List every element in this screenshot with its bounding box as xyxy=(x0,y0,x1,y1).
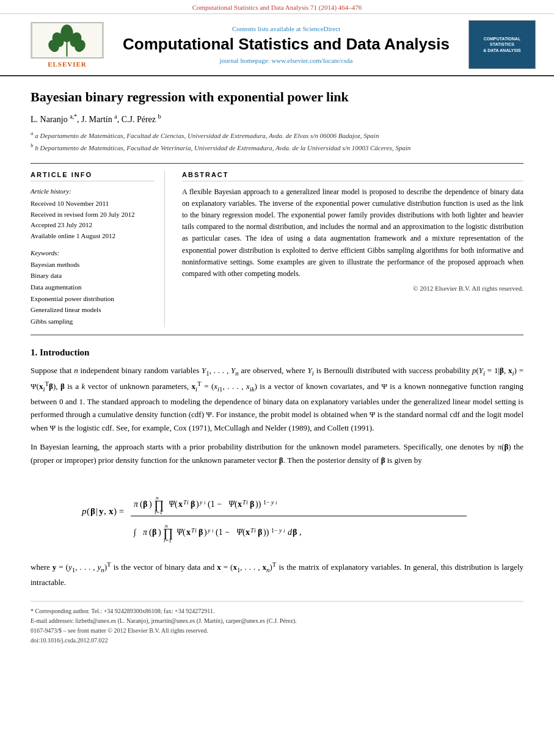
svg-text:β: β xyxy=(258,528,262,537)
journal-header: ELSEVIER Contents lists available at Sci… xyxy=(0,14,554,76)
journal-cover-image: COMPUTATIONALSTATISTICS& DATA ANALYSIS xyxy=(468,20,536,69)
svg-text:,: , xyxy=(104,506,106,516)
article-title: Bayesian binary regression with exponent… xyxy=(31,89,523,106)
available-at-label: Contents lists available at ScienceDirec… xyxy=(116,25,456,32)
email-addresses: lizbeth@unex.es (L. Naranjo), jrmartin@u… xyxy=(75,617,297,624)
journal-homepage: journal homepage: www.elsevier.com/locat… xyxy=(116,57,456,64)
history-item-4: Available online 1 August 2012 xyxy=(31,231,155,242)
elsevier-label: ELSEVIER xyxy=(48,60,87,68)
license-note: 0167-9473/$ – see front matter © 2012 El… xyxy=(31,626,523,636)
svg-text:x: x xyxy=(186,528,191,537)
sciencedirect-link[interactable]: ScienceDirect xyxy=(302,25,340,32)
svg-text:π: π xyxy=(134,500,139,509)
svg-text:) =: ) = xyxy=(114,506,124,517)
svg-text:(: ( xyxy=(87,506,90,517)
svg-text:i: i xyxy=(254,527,256,534)
svg-text:∫: ∫ xyxy=(133,528,137,537)
corresponding-author-note: * Corresponding author. Tel.: +34 924289… xyxy=(31,606,523,616)
svg-text:π: π xyxy=(143,528,148,537)
svg-text:y: y xyxy=(199,499,203,506)
journal-title: Computational Statistics and Data Analys… xyxy=(116,35,456,54)
svg-text:x: x xyxy=(246,528,250,537)
svg-text:i: i xyxy=(275,500,277,506)
svg-text:): ) xyxy=(158,528,161,537)
intro-paragraph-2: In Bayesian learning, the approach start… xyxy=(31,440,523,467)
svg-text:i: i xyxy=(212,528,214,534)
svg-text:i=1: i=1 xyxy=(155,509,162,515)
keywords-list: Bayesian methods Binary data Data augmen… xyxy=(31,259,155,327)
journal-header-right: COMPUTATIONALSTATISTICS& DATA ANALYSIS xyxy=(456,20,536,69)
svg-text:β: β xyxy=(199,528,203,537)
keyword-6: Gibbs sampling xyxy=(31,316,155,327)
svg-text:β: β xyxy=(90,506,95,516)
svg-text:β: β xyxy=(152,528,156,537)
svg-text:y: y xyxy=(271,499,274,506)
affiliation-b: b b Departamento de Matemáticas, Faculta… xyxy=(31,142,523,153)
svg-text:|: | xyxy=(96,506,98,516)
svg-text:)): )) xyxy=(263,528,269,537)
svg-text:1−: 1− xyxy=(263,499,270,506)
abstract-text: A flexible Bayesian approach to a genera… xyxy=(182,186,523,280)
abstract-copyright: © 2012 Elsevier B.V. All rights reserved… xyxy=(182,285,523,292)
elsevier-tree-logo xyxy=(31,22,104,59)
formula-block: p ( β | y , x ) = π ( β ) ∏ i=1 n xyxy=(31,476,523,550)
svg-text:(: ( xyxy=(183,528,186,537)
svg-text:β: β xyxy=(143,500,147,509)
journal-header-center: Contents lists available at ScienceDirec… xyxy=(116,25,456,64)
history-item-1: Received 10 November 2011 xyxy=(31,198,155,209)
article-info-label: ARTICLE INFO xyxy=(31,171,155,181)
svg-text:i: i xyxy=(195,527,197,534)
svg-text:(1 −: (1 − xyxy=(216,528,230,537)
svg-text:i=1: i=1 xyxy=(164,537,172,543)
journal-cover-text: COMPUTATIONALSTATISTICS& DATA ANALYSIS xyxy=(483,36,521,53)
email-note: E-mail addresses: lizbeth@unex.es (L. Na… xyxy=(31,616,523,626)
authors-text: L. Naranjo a,*, J. Martín a, C.J. Pérez … xyxy=(31,115,161,124)
journal-homepage-url[interactable]: www.elsevier.com/locate/csda xyxy=(271,57,352,64)
intro-paragraph-3: where y = (y1, . . . , yn)T is the vecto… xyxy=(31,559,523,589)
keywords-section: Keywords: Bayesian methods Binary data D… xyxy=(31,249,155,327)
affiliations: a a Departamento de Matemáticas, Faculta… xyxy=(31,129,523,153)
keyword-1: Bayesian methods xyxy=(31,259,155,271)
article-meta-section: ARTICLE INFO Article history: Received 1… xyxy=(31,163,523,335)
affiliation-a: a a Departamento de Matemáticas, Faculta… xyxy=(31,129,523,140)
svg-text:y: y xyxy=(99,506,104,516)
introduction-section: 1. Introduction Suppose that n independe… xyxy=(31,347,523,589)
journal-citation: Computational Statistics and Data Analys… xyxy=(192,4,362,11)
keyword-5: Generalized linear models xyxy=(31,304,155,316)
svg-text:p: p xyxy=(81,506,87,516)
svg-text:(: ( xyxy=(175,500,178,509)
keyword-3: Data augmentation xyxy=(31,282,155,293)
history-item-3: Accepted 23 July 2012 xyxy=(31,220,155,231)
svg-text:n: n xyxy=(165,523,168,529)
svg-text:x: x xyxy=(109,506,114,516)
svg-text:i: i xyxy=(187,499,189,506)
email-label: E-mail addresses: xyxy=(31,617,74,624)
intro-heading: 1. Introduction xyxy=(31,347,523,358)
svg-text:,: , xyxy=(299,528,302,537)
svg-text:): ) xyxy=(204,528,207,537)
svg-text:x: x xyxy=(238,500,242,509)
svg-text:i: i xyxy=(283,528,285,534)
svg-text:n: n xyxy=(156,495,159,501)
svg-text:)): )) xyxy=(255,500,261,509)
article-info-panel: ARTICLE INFO Article history: Received 1… xyxy=(31,171,165,327)
svg-text:i: i xyxy=(204,500,206,506)
authors-line: L. Naranjo a,*, J. Martín a, C.J. Pérez … xyxy=(31,114,523,125)
svg-text:i: i xyxy=(246,499,248,506)
doi-note: doi:10.1016/j.csda.2012.07.022 xyxy=(31,636,523,645)
keyword-4: Exponential power distribution xyxy=(31,293,155,305)
svg-text:(1 −: (1 − xyxy=(208,500,222,509)
elsevier-logo: ELSEVIER xyxy=(31,22,104,68)
intro-paragraph-1: Suppose that n independent binary random… xyxy=(31,364,523,435)
svg-text:): ) xyxy=(196,500,199,509)
keywords-label: Keywords: xyxy=(31,249,155,256)
svg-text:β: β xyxy=(293,528,297,537)
abstract-section: ABSTRACT A flexible Bayesian approach to… xyxy=(177,171,523,327)
svg-text:β: β xyxy=(191,500,195,509)
keyword-2: Binary data xyxy=(31,270,155,282)
abstract-label: ABSTRACT xyxy=(182,171,523,181)
svg-text:y: y xyxy=(207,527,211,534)
svg-text:β: β xyxy=(250,500,254,509)
history-label: Article history: xyxy=(31,186,155,197)
svg-text:x: x xyxy=(178,500,183,509)
